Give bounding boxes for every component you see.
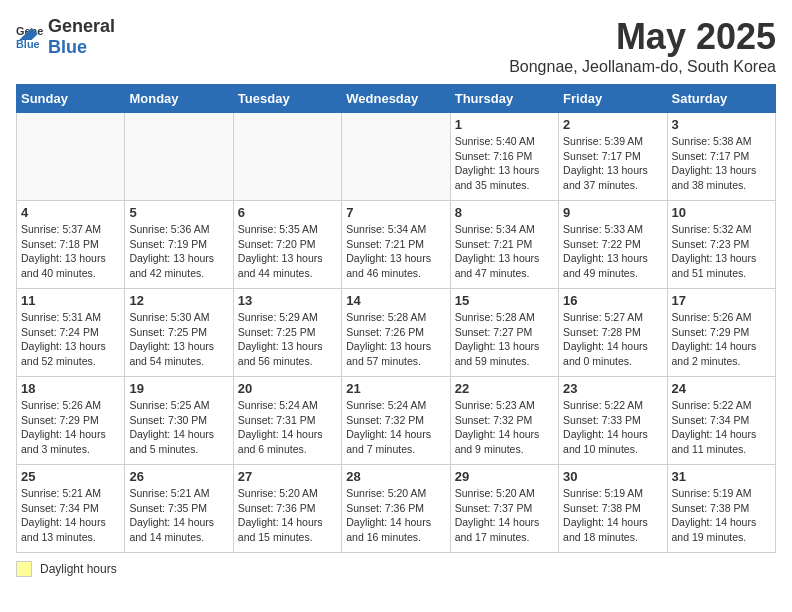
day-number: 7 bbox=[346, 205, 445, 220]
day-info: Sunrise: 5:21 AM Sunset: 7:35 PM Dayligh… bbox=[129, 486, 228, 545]
day-number: 9 bbox=[563, 205, 662, 220]
day-info: Sunrise: 5:19 AM Sunset: 7:38 PM Dayligh… bbox=[563, 486, 662, 545]
calendar-cell: 17Sunrise: 5:26 AM Sunset: 7:29 PM Dayli… bbox=[667, 289, 775, 377]
calendar-cell: 10Sunrise: 5:32 AM Sunset: 7:23 PM Dayli… bbox=[667, 201, 775, 289]
day-number: 2 bbox=[563, 117, 662, 132]
calendar-cell: 18Sunrise: 5:26 AM Sunset: 7:29 PM Dayli… bbox=[17, 377, 125, 465]
svg-text:Blue: Blue bbox=[16, 38, 40, 50]
calendar-cell: 9Sunrise: 5:33 AM Sunset: 7:22 PM Daylig… bbox=[559, 201, 667, 289]
day-info: Sunrise: 5:28 AM Sunset: 7:27 PM Dayligh… bbox=[455, 310, 554, 369]
calendar-cell: 14Sunrise: 5:28 AM Sunset: 7:26 PM Dayli… bbox=[342, 289, 450, 377]
calendar-cell: 7Sunrise: 5:34 AM Sunset: 7:21 PM Daylig… bbox=[342, 201, 450, 289]
day-header-saturday: Saturday bbox=[667, 85, 775, 113]
calendar-cell: 12Sunrise: 5:30 AM Sunset: 7:25 PM Dayli… bbox=[125, 289, 233, 377]
day-info: Sunrise: 5:20 AM Sunset: 7:36 PM Dayligh… bbox=[238, 486, 337, 545]
calendar-week-row: 18Sunrise: 5:26 AM Sunset: 7:29 PM Dayli… bbox=[17, 377, 776, 465]
logo-icon: General Blue bbox=[16, 23, 44, 51]
day-info: Sunrise: 5:23 AM Sunset: 7:32 PM Dayligh… bbox=[455, 398, 554, 457]
day-number: 1 bbox=[455, 117, 554, 132]
calendar-cell: 29Sunrise: 5:20 AM Sunset: 7:37 PM Dayli… bbox=[450, 465, 558, 553]
day-number: 26 bbox=[129, 469, 228, 484]
day-info: Sunrise: 5:40 AM Sunset: 7:16 PM Dayligh… bbox=[455, 134, 554, 193]
calendar-table: SundayMondayTuesdayWednesdayThursdayFrid… bbox=[16, 84, 776, 553]
calendar-cell bbox=[125, 113, 233, 201]
calendar-cell: 5Sunrise: 5:36 AM Sunset: 7:19 PM Daylig… bbox=[125, 201, 233, 289]
day-number: 12 bbox=[129, 293, 228, 308]
calendar-cell: 31Sunrise: 5:19 AM Sunset: 7:38 PM Dayli… bbox=[667, 465, 775, 553]
day-number: 31 bbox=[672, 469, 771, 484]
day-number: 10 bbox=[672, 205, 771, 220]
calendar-cell: 25Sunrise: 5:21 AM Sunset: 7:34 PM Dayli… bbox=[17, 465, 125, 553]
day-info: Sunrise: 5:26 AM Sunset: 7:29 PM Dayligh… bbox=[21, 398, 120, 457]
day-number: 23 bbox=[563, 381, 662, 396]
day-info: Sunrise: 5:27 AM Sunset: 7:28 PM Dayligh… bbox=[563, 310, 662, 369]
legend-box bbox=[16, 561, 32, 577]
day-number: 14 bbox=[346, 293, 445, 308]
day-info: Sunrise: 5:24 AM Sunset: 7:31 PM Dayligh… bbox=[238, 398, 337, 457]
calendar-cell: 26Sunrise: 5:21 AM Sunset: 7:35 PM Dayli… bbox=[125, 465, 233, 553]
calendar-cell: 3Sunrise: 5:38 AM Sunset: 7:17 PM Daylig… bbox=[667, 113, 775, 201]
calendar-cell: 1Sunrise: 5:40 AM Sunset: 7:16 PM Daylig… bbox=[450, 113, 558, 201]
calendar-week-row: 25Sunrise: 5:21 AM Sunset: 7:34 PM Dayli… bbox=[17, 465, 776, 553]
day-info: Sunrise: 5:21 AM Sunset: 7:34 PM Dayligh… bbox=[21, 486, 120, 545]
calendar-cell: 19Sunrise: 5:25 AM Sunset: 7:30 PM Dayli… bbox=[125, 377, 233, 465]
calendar-cell: 13Sunrise: 5:29 AM Sunset: 7:25 PM Dayli… bbox=[233, 289, 341, 377]
calendar-cell bbox=[17, 113, 125, 201]
day-info: Sunrise: 5:32 AM Sunset: 7:23 PM Dayligh… bbox=[672, 222, 771, 281]
calendar-cell: 4Sunrise: 5:37 AM Sunset: 7:18 PM Daylig… bbox=[17, 201, 125, 289]
calendar-cell: 21Sunrise: 5:24 AM Sunset: 7:32 PM Dayli… bbox=[342, 377, 450, 465]
day-number: 17 bbox=[672, 293, 771, 308]
calendar-week-row: 4Sunrise: 5:37 AM Sunset: 7:18 PM Daylig… bbox=[17, 201, 776, 289]
day-header-tuesday: Tuesday bbox=[233, 85, 341, 113]
day-info: Sunrise: 5:24 AM Sunset: 7:32 PM Dayligh… bbox=[346, 398, 445, 457]
day-number: 28 bbox=[346, 469, 445, 484]
day-number: 24 bbox=[672, 381, 771, 396]
day-header-thursday: Thursday bbox=[450, 85, 558, 113]
calendar-cell: 6Sunrise: 5:35 AM Sunset: 7:20 PM Daylig… bbox=[233, 201, 341, 289]
day-number: 15 bbox=[455, 293, 554, 308]
calendar-cell: 8Sunrise: 5:34 AM Sunset: 7:21 PM Daylig… bbox=[450, 201, 558, 289]
calendar-week-row: 11Sunrise: 5:31 AM Sunset: 7:24 PM Dayli… bbox=[17, 289, 776, 377]
day-info: Sunrise: 5:36 AM Sunset: 7:19 PM Dayligh… bbox=[129, 222, 228, 281]
calendar-cell: 16Sunrise: 5:27 AM Sunset: 7:28 PM Dayli… bbox=[559, 289, 667, 377]
day-number: 22 bbox=[455, 381, 554, 396]
day-number: 25 bbox=[21, 469, 120, 484]
calendar-cell: 23Sunrise: 5:22 AM Sunset: 7:33 PM Dayli… bbox=[559, 377, 667, 465]
day-info: Sunrise: 5:20 AM Sunset: 7:37 PM Dayligh… bbox=[455, 486, 554, 545]
day-info: Sunrise: 5:34 AM Sunset: 7:21 PM Dayligh… bbox=[346, 222, 445, 281]
calendar-week-row: 1Sunrise: 5:40 AM Sunset: 7:16 PM Daylig… bbox=[17, 113, 776, 201]
day-info: Sunrise: 5:39 AM Sunset: 7:17 PM Dayligh… bbox=[563, 134, 662, 193]
day-number: 18 bbox=[21, 381, 120, 396]
title-area: May 2025 Bongnae, Jeollanam-do, South Ko… bbox=[509, 16, 776, 76]
day-info: Sunrise: 5:34 AM Sunset: 7:21 PM Dayligh… bbox=[455, 222, 554, 281]
day-info: Sunrise: 5:30 AM Sunset: 7:25 PM Dayligh… bbox=[129, 310, 228, 369]
day-number: 6 bbox=[238, 205, 337, 220]
day-number: 16 bbox=[563, 293, 662, 308]
calendar-cell: 2Sunrise: 5:39 AM Sunset: 7:17 PM Daylig… bbox=[559, 113, 667, 201]
calendar-cell: 30Sunrise: 5:19 AM Sunset: 7:38 PM Dayli… bbox=[559, 465, 667, 553]
day-header-friday: Friday bbox=[559, 85, 667, 113]
day-info: Sunrise: 5:38 AM Sunset: 7:17 PM Dayligh… bbox=[672, 134, 771, 193]
day-info: Sunrise: 5:37 AM Sunset: 7:18 PM Dayligh… bbox=[21, 222, 120, 281]
legend-area: Daylight hours bbox=[16, 561, 776, 577]
day-info: Sunrise: 5:29 AM Sunset: 7:25 PM Dayligh… bbox=[238, 310, 337, 369]
day-info: Sunrise: 5:26 AM Sunset: 7:29 PM Dayligh… bbox=[672, 310, 771, 369]
legend-label: Daylight hours bbox=[40, 562, 117, 576]
calendar-cell: 22Sunrise: 5:23 AM Sunset: 7:32 PM Dayli… bbox=[450, 377, 558, 465]
day-number: 8 bbox=[455, 205, 554, 220]
day-number: 29 bbox=[455, 469, 554, 484]
day-number: 21 bbox=[346, 381, 445, 396]
logo: General Blue General Blue bbox=[16, 16, 115, 58]
day-info: Sunrise: 5:33 AM Sunset: 7:22 PM Dayligh… bbox=[563, 222, 662, 281]
calendar-header-row: SundayMondayTuesdayWednesdayThursdayFrid… bbox=[17, 85, 776, 113]
day-number: 4 bbox=[21, 205, 120, 220]
calendar-cell: 27Sunrise: 5:20 AM Sunset: 7:36 PM Dayli… bbox=[233, 465, 341, 553]
subtitle: Bongnae, Jeollanam-do, South Korea bbox=[509, 58, 776, 76]
calendar-cell: 20Sunrise: 5:24 AM Sunset: 7:31 PM Dayli… bbox=[233, 377, 341, 465]
day-info: Sunrise: 5:35 AM Sunset: 7:20 PM Dayligh… bbox=[238, 222, 337, 281]
day-number: 20 bbox=[238, 381, 337, 396]
day-info: Sunrise: 5:28 AM Sunset: 7:26 PM Dayligh… bbox=[346, 310, 445, 369]
calendar-cell: 24Sunrise: 5:22 AM Sunset: 7:34 PM Dayli… bbox=[667, 377, 775, 465]
day-number: 3 bbox=[672, 117, 771, 132]
day-number: 13 bbox=[238, 293, 337, 308]
